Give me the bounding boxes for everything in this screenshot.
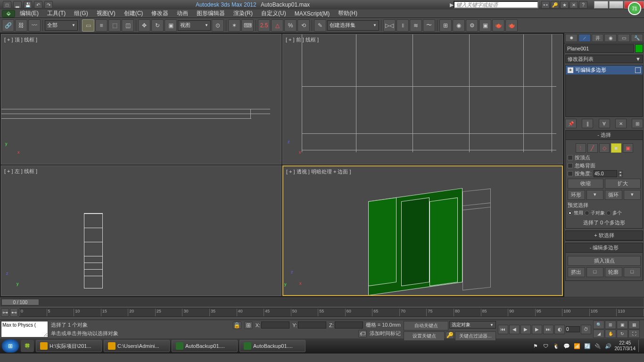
tray-shield-icon[interactable]: 🛡 <box>542 342 550 350</box>
move-icon[interactable]: ✥ <box>138 19 150 32</box>
qat-redo-icon[interactable]: ↷ <box>44 1 53 8</box>
spin-down-icon[interactable]: ▼ <box>618 174 623 177</box>
app-menu-icon[interactable]: ⬙ <box>2 10 15 17</box>
layers-icon[interactable]: ≋ <box>410 19 422 32</box>
viewport-label-front[interactable]: [ + ] 前 ] 线框 ] <box>286 36 319 43</box>
viewport-label-top[interactable]: [ + ] 顶 ] 线框 ] <box>4 36 37 43</box>
binoculars-icon[interactable]: 👓 <box>541 1 550 8</box>
extrude-button[interactable]: 挤出 <box>568 267 585 277</box>
loop-button[interactable]: 循环 <box>605 190 622 200</box>
zoom-all-icon[interactable]: ⊞ <box>605 321 616 329</box>
tray-chat-icon[interactable]: 💬 <box>563 342 570 350</box>
key-mode-toggle-icon[interactable]: ◐ <box>554 325 565 334</box>
maximize-button[interactable]: ▭ <box>609 1 623 8</box>
by-vertex-checkbox[interactable] <box>568 155 573 160</box>
viewport-label-persp[interactable]: [ + ] 透视 ] 明暗处理 + 边面 ] <box>286 168 351 175</box>
add-time-tag[interactable]: 添加时间标记 <box>370 330 401 337</box>
quick-render-icon[interactable]: 🫖 <box>505 19 518 32</box>
key-filter-combo[interactable]: 选定对象▼ <box>449 321 496 329</box>
zoom-extents-icon[interactable]: ▣ <box>617 321 628 329</box>
angle-spinner[interactable] <box>594 170 617 177</box>
outline-button[interactable]: 轮廓 <box>605 267 622 277</box>
menu-edit[interactable]: 编辑(E) <box>16 9 42 17</box>
pan-icon[interactable]: ✋ <box>605 329 616 338</box>
ref-coord-combo[interactable]: 视图▼ <box>178 20 211 31</box>
loop-spinner-icon[interactable]: ▾ <box>624 190 641 200</box>
menu-custom[interactable]: 自定义(U) <box>257 9 290 17</box>
rotate-icon[interactable]: ↻ <box>151 19 164 32</box>
rollout-head-soft[interactable]: + 软选择 <box>566 231 643 240</box>
rollout-head-editpoly[interactable]: - 编辑多边形 <box>566 243 643 253</box>
unlink-icon[interactable]: ⛓ <box>15 19 27 32</box>
subobj-vertex-icon[interactable]: ⋮ <box>576 143 586 153</box>
menu-render[interactable]: 渲染(R) <box>230 9 256 17</box>
vertex-color-icon[interactable] <box>635 67 641 73</box>
taskbar-item-3dsmax-2[interactable]: AutoBackup01.... <box>239 340 305 352</box>
goto-end-icon[interactable]: ⏭ <box>543 325 553 334</box>
menu-tools[interactable]: 工具(T) <box>43 9 69 17</box>
edit-named-sel-icon[interactable]: ✎ <box>314 19 326 32</box>
keyboard-shortcut-icon[interactable]: ⌨ <box>241 19 254 32</box>
exchange-icon[interactable]: ✕ <box>570 1 578 8</box>
lock-selection-icon[interactable]: 🔒 <box>233 321 241 329</box>
viewport-perspective[interactable]: [ + ] 透视 ] 明暗处理 + 边面 ] zyx <box>282 165 563 296</box>
modifier-stack[interactable]: + 可编辑多边形 <box>565 65 643 117</box>
subobj-border-icon[interactable]: ◇ <box>599 143 610 153</box>
time-config-icon[interactable]: ⏱ <box>581 325 591 334</box>
ring-button[interactable]: 环形 <box>568 190 585 200</box>
qat-undo-icon[interactable]: ↶ <box>34 1 42 8</box>
select-object-icon[interactable]: ▭ <box>82 19 94 32</box>
tray-network-icon[interactable]: 📶 <box>573 342 581 350</box>
key-filters-button[interactable]: 关键点过滤器... <box>455 331 496 341</box>
menu-help[interactable]: 帮助(H) <box>334 9 361 17</box>
tray-volume-icon[interactable]: 🔊 <box>604 342 612 350</box>
menu-create[interactable]: 创建(C) <box>120 9 147 17</box>
menu-maxscript[interactable]: MAXScript(M) <box>291 10 334 17</box>
insert-vertex-button[interactable]: 插入顶点 <box>568 256 641 266</box>
tray-penguin-icon[interactable]: 🐧 <box>553 342 560 350</box>
coord-z-input[interactable] <box>335 321 363 329</box>
display-tab-icon[interactable]: ▭ <box>618 34 630 42</box>
show-desktop-button[interactable] <box>638 340 642 352</box>
qat-open-icon[interactable]: ▂ <box>13 1 22 8</box>
modifier-item-editable-poly[interactable]: + 可编辑多边形 <box>566 66 643 74</box>
qat-save-icon[interactable]: 💾 <box>24 1 32 8</box>
orbit-icon[interactable]: ↻ <box>617 329 628 338</box>
taskbar-item-3dsmax-1[interactable]: AutoBackup01.... <box>172 340 238 352</box>
minimize-button[interactable]: — <box>594 1 608 8</box>
schematic-icon[interactable]: ⊞ <box>439 19 452 32</box>
angle-snap-icon[interactable]: △ <box>271 19 283 32</box>
subobj-element-icon[interactable]: ▣ <box>623 143 633 153</box>
time-tag-icon[interactable]: 🏷 <box>358 330 367 337</box>
rollout-head-selection[interactable]: - 选择 <box>566 131 643 140</box>
auto-key-button[interactable]: 自动关键点 <box>404 321 448 330</box>
spin-up-icon[interactable]: ▲ <box>618 171 623 174</box>
configure-icon[interactable]: ⊞ <box>632 119 643 128</box>
preview-subobj-radio[interactable] <box>585 211 589 215</box>
taskbar-item-folder-2[interactable]: C:\Users\Admini... <box>104 340 170 352</box>
play-icon[interactable]: ▶ <box>520 325 531 334</box>
snap-toggle-icon[interactable]: 2.5 <box>258 19 270 32</box>
tray-flag-icon[interactable]: ⚑ <box>532 342 539 350</box>
goto-start-icon[interactable]: ⏮ <box>498 325 508 334</box>
subobj-polygon-icon[interactable]: ■ <box>611 143 621 153</box>
window-crossing-icon[interactable]: ◫ <box>122 19 134 32</box>
expand-icon[interactable]: + <box>568 67 573 73</box>
taskbar-item-folder-1[interactable]: H:\实际项目\201... <box>36 340 102 352</box>
time-slider[interactable]: 0 / 100 <box>1 299 39 305</box>
help-icon[interactable]: ? <box>579 1 587 8</box>
taskbar-clock[interactable]: 22:45 2017/3/14 <box>615 340 636 352</box>
fov-icon[interactable]: ◢ <box>593 329 604 338</box>
subobj-edge-icon[interactable]: ╱ <box>587 143 598 153</box>
tray-usb-icon[interactable]: 🔌 <box>594 342 602 350</box>
menu-animation[interactable]: 动画 <box>173 9 192 17</box>
zoom-icon[interactable]: 🔍 <box>593 321 604 329</box>
favorites-icon[interactable]: ★ <box>560 1 569 8</box>
key-mode-icon[interactable]: 🔑 <box>446 331 454 339</box>
material-editor-icon[interactable]: ◉ <box>453 19 465 32</box>
viewport-top[interactable]: [ + ] 顶 ] 线框 ] yx <box>1 34 281 165</box>
motion-tab-icon[interactable]: ◉ <box>604 34 617 42</box>
pin-stack-icon[interactable]: 📌 <box>565 119 577 128</box>
sign-in-icon[interactable]: 🔑 <box>551 1 559 8</box>
abs-rel-icon[interactable]: ⊞ <box>244 321 253 329</box>
